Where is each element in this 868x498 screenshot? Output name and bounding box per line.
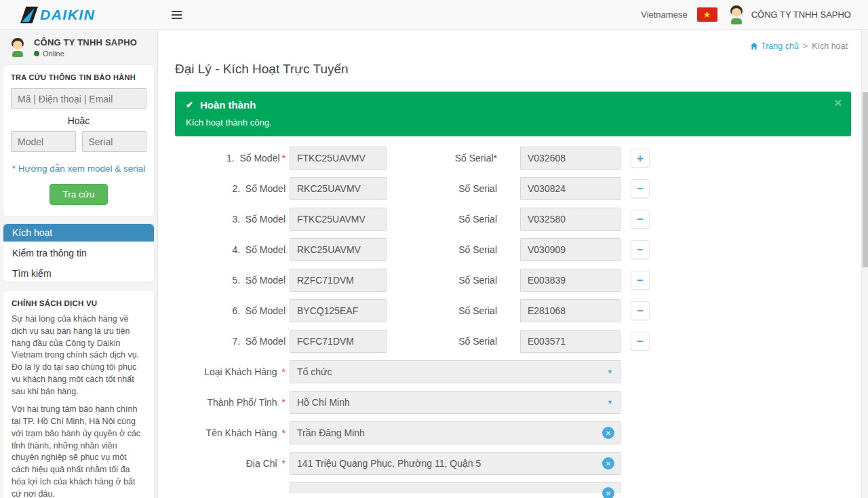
user-avatar bbox=[727, 5, 746, 24]
check-icon: ✔ bbox=[186, 100, 193, 110]
page-title: Đại Lý - Kích Hoạt Trực Tuyến bbox=[175, 62, 851, 86]
serial-input[interactable]: V032580 bbox=[520, 208, 620, 231]
remove-row-button[interactable]: − bbox=[631, 179, 650, 198]
serial-input[interactable]: V030824 bbox=[520, 177, 620, 200]
model-serial-row: 3. Số ModelFTKC25UAVMVSố SerialV032580− bbox=[170, 208, 854, 231]
model-label: 2. Số Model bbox=[170, 183, 287, 194]
field-input[interactable]: 141 Triệu Quang Phục, Phường 11, Quận 5✕ bbox=[290, 452, 620, 475]
customer-field-row: Tên Khách Hàng *Trần Đăng Minh✕ bbox=[170, 421, 854, 444]
serial-input[interactable]: E003839 bbox=[520, 269, 620, 292]
or-label: Hoặc bbox=[11, 115, 146, 126]
daikin-logo-icon bbox=[20, 6, 38, 24]
header-user-menu[interactable]: CÔNG TY TNHH SAPHO bbox=[727, 5, 851, 24]
header-user-name: CÔNG TY TNHH SAPHO bbox=[751, 9, 851, 20]
model-serial-row: 4. Số ModelRKC25UAVMVSố SerialV030909− bbox=[170, 238, 854, 261]
breadcrumb-home-link[interactable]: Trang chủ bbox=[750, 41, 799, 51]
model-label: 3. Số Model bbox=[170, 214, 287, 225]
breadcrumb-separator: > bbox=[803, 41, 808, 51]
clear-icon[interactable]: ✕ bbox=[602, 457, 614, 470]
model-input[interactable]: RZFC71DVM bbox=[290, 269, 387, 292]
clear-icon[interactable]: ✕ bbox=[602, 487, 614, 498]
remove-row-button[interactable]: − bbox=[631, 301, 650, 320]
lookup-card-title: TRA CỨU THÔNG TIN BẢO HÀNH bbox=[11, 73, 146, 81]
model-label: 7. Số Model bbox=[170, 336, 287, 347]
serial-input[interactable]: V030909 bbox=[520, 238, 620, 261]
customer-field-row: Loại Khách Hàng *Tổ chức▼ bbox=[170, 360, 854, 383]
partial-field-row: ✕ bbox=[170, 482, 854, 493]
policy-paragraph: Với hai trung tâm bảo hành chính tại TP.… bbox=[12, 404, 146, 498]
alert-message: Kích hoạt thành công. bbox=[186, 117, 840, 128]
model-rows: 1. Số Model*FTKC25UAVMVSố Serial*V032608… bbox=[170, 147, 854, 353]
breadcrumb: Trang chủ > Kích hoạt bbox=[750, 41, 848, 51]
model-serial-row: 2. Số ModelRKC25UAVMVSố SerialV030824− bbox=[170, 177, 854, 200]
required-asterisk: * bbox=[282, 397, 285, 408]
lookup-button[interactable]: Tra cứu bbox=[50, 184, 108, 205]
alert-close-icon[interactable]: ✕ bbox=[833, 98, 842, 108]
sidebar-menu-item[interactable]: Tìm kiếm bbox=[3, 265, 154, 282]
main-content: Trang chủ > Kích hoạt Đại Lý - Kích Hoạt… bbox=[158, 30, 868, 498]
policy-paragraph: Sự hài lòng của khách hàng về dịch vụ sa… bbox=[12, 313, 146, 398]
model-input[interactable]: RKC25UAVMV bbox=[290, 177, 387, 200]
code-phone-email-input[interactable] bbox=[11, 88, 146, 109]
serial-lookup-input[interactable] bbox=[82, 131, 147, 152]
vietnam-flag-icon[interactable]: ★ bbox=[697, 7, 717, 22]
required-asterisk: * bbox=[282, 427, 285, 438]
serial-input[interactable]: E281068 bbox=[520, 299, 620, 322]
field-label: Thành Phố/ Tỉnh * bbox=[170, 397, 287, 408]
home-icon bbox=[750, 42, 758, 50]
serial-label: Số Serial* bbox=[387, 153, 498, 164]
top-header: DAIKIN Vietnamese ★ CÔNG TY TNHH SAPHO bbox=[0, 0, 868, 30]
model-input[interactable]: FTKC25UAVMV bbox=[290, 208, 387, 231]
model-serial-guide-link[interactable]: * Hướng dẫn xem model & serial bbox=[11, 164, 146, 174]
warranty-lookup-card: TRA CỨU THÔNG TIN BẢO HÀNH Hoặc * Hướng … bbox=[3, 64, 155, 217]
chevron-down-icon[interactable]: ▼ bbox=[607, 368, 613, 375]
add-row-button[interactable]: + bbox=[631, 149, 650, 168]
model-label: 5. Số Model bbox=[170, 275, 287, 286]
field-select[interactable]: Tổ chức▼ bbox=[290, 360, 620, 383]
remove-row-button[interactable]: − bbox=[631, 271, 650, 290]
model-input[interactable]: RKC25UAVMV bbox=[290, 238, 387, 261]
menu-toggle-icon[interactable] bbox=[169, 8, 184, 22]
serial-label: Số Serial bbox=[387, 305, 498, 316]
remove-row-button[interactable]: − bbox=[631, 240, 650, 259]
alert-title: Hoàn thành bbox=[200, 99, 256, 111]
sidebar-menu-item[interactable]: Kiểm tra thông tin bbox=[3, 244, 154, 262]
policy-title: CHÍNH SÁCH DỊCH VỤ bbox=[12, 299, 146, 307]
serial-label: Số Serial bbox=[387, 183, 498, 194]
sidebar-avatar bbox=[8, 38, 27, 57]
field-select[interactable]: Hồ Chí Minh▼ bbox=[290, 391, 620, 414]
customer-fields: Loại Khách Hàng *Tổ chức▼Thành Phố/ Tỉnh… bbox=[170, 360, 854, 475]
partial-field-input[interactable]: ✕ bbox=[290, 482, 620, 493]
clear-icon[interactable]: ✕ bbox=[602, 427, 614, 439]
field-label: Loại Khách Hàng * bbox=[170, 366, 287, 377]
language-label[interactable]: Vietnamese bbox=[641, 9, 687, 20]
customer-field-row: Địa Chỉ *141 Triệu Quang Phục, Phường 11… bbox=[170, 452, 854, 475]
sidebar-menu: Kích hoạtKiểm tra thông tinTìm kiếm bbox=[3, 223, 155, 283]
sidebar-menu-item[interactable]: Kích hoạt bbox=[3, 224, 154, 242]
model-lookup-input[interactable] bbox=[11, 131, 76, 152]
model-input[interactable]: BYCQ125EAF bbox=[290, 299, 387, 322]
sidebar-user-panel: CÔNG TY TNHH SAPHO Online bbox=[0, 30, 157, 64]
field-label: Địa Chỉ * bbox=[170, 458, 287, 469]
field-label: Tên Khách Hàng * bbox=[170, 427, 287, 438]
daikin-logo[interactable]: DAIKIN bbox=[0, 6, 158, 24]
remove-row-button[interactable]: − bbox=[631, 332, 650, 351]
model-input[interactable]: FCFC71DVM bbox=[290, 330, 387, 353]
model-label: 4. Số Model bbox=[170, 244, 287, 255]
model-serial-row: 6. Số ModelBYCQ125EAFSố SerialE281068− bbox=[170, 299, 854, 322]
field-input[interactable]: Trần Đăng Minh✕ bbox=[290, 421, 620, 444]
breadcrumb-current: Kích hoạt bbox=[812, 41, 848, 51]
serial-input[interactable]: E003571 bbox=[520, 330, 620, 353]
serial-input[interactable]: V032608 bbox=[520, 147, 620, 170]
sidebar: CÔNG TY TNHH SAPHO Online TRA CỨU THÔNG … bbox=[0, 30, 158, 498]
remove-row-button[interactable]: − bbox=[631, 210, 650, 229]
online-status-dot bbox=[34, 51, 39, 56]
service-policy-card: CHÍNH SÁCH DỊCH VỤ Sự hài lòng của khách… bbox=[3, 290, 155, 498]
scrollbar-thumb[interactable] bbox=[863, 92, 868, 267]
activation-form: 1. Số Model*FTKC25UAVMVSố Serial*V032608… bbox=[170, 147, 854, 493]
serial-label: Số Serial bbox=[387, 244, 498, 255]
required-asterisk: * bbox=[282, 458, 285, 469]
vertical-scrollbar bbox=[861, 30, 868, 498]
model-input[interactable]: FTKC25UAVMV bbox=[290, 147, 387, 170]
chevron-down-icon[interactable]: ▼ bbox=[607, 399, 613, 406]
